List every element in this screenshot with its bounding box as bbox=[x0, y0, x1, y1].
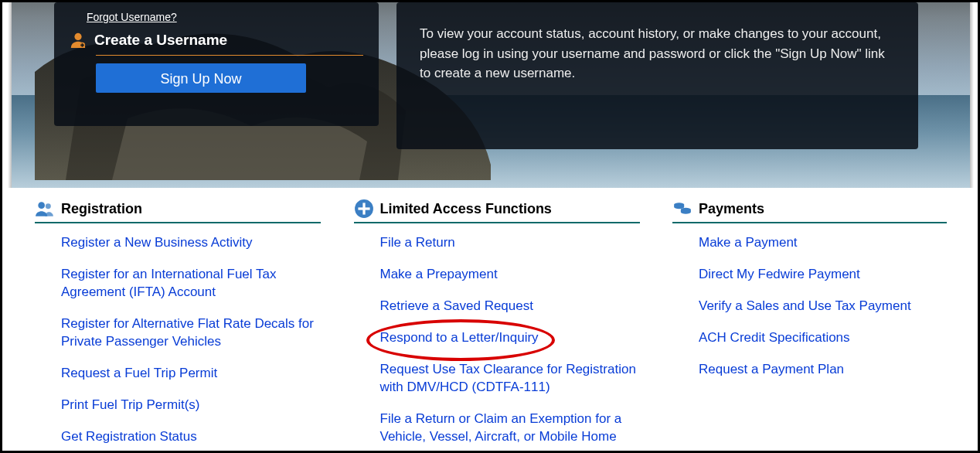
list-item: Direct My Fedwire Payment bbox=[699, 266, 947, 284]
list-item: Request a Payment Plan bbox=[699, 361, 947, 379]
login-card: Forgot Username? Create a Username Sign … bbox=[54, 2, 379, 126]
link-payments-4[interactable]: Request a Payment Plan bbox=[699, 362, 844, 376]
link-payments-1[interactable]: Direct My Fedwire Payment bbox=[699, 267, 860, 281]
list-item: Get Registration Status bbox=[61, 428, 321, 446]
svg-rect-8 bbox=[358, 207, 369, 209]
list-item: Register a New Business Activity bbox=[61, 234, 321, 252]
list-item: Request a Fuel Trip Permit bbox=[61, 365, 321, 383]
svg-point-14 bbox=[681, 210, 691, 214]
section-title-payments: Payments bbox=[699, 201, 764, 217]
link-limited-5[interactable]: File a Return or Claim an Exemption for … bbox=[380, 411, 622, 444]
list-item: ACH Credit Specifications bbox=[699, 329, 947, 347]
info-text: To view your account status, account his… bbox=[420, 26, 885, 80]
plus-circle-icon bbox=[354, 199, 374, 219]
link-limited-4[interactable]: Request Use Tax Clearance for Registrati… bbox=[380, 362, 636, 394]
link-registration-2[interactable]: Register for Alternative Flat Rate Decal… bbox=[61, 316, 314, 349]
list-item: Verify a Sales and Use Tax Payment bbox=[699, 298, 947, 315]
list-item: Register for an International Fuel Tax A… bbox=[61, 266, 321, 301]
list-item: Print Fuel Trip Permit(s) bbox=[61, 397, 321, 414]
link-registration-1[interactable]: Register for an International Fuel Tax A… bbox=[61, 267, 276, 299]
info-card: To view your account status, account his… bbox=[396, 2, 918, 149]
person-add-icon bbox=[70, 32, 87, 49]
svg-rect-3 bbox=[80, 45, 84, 46]
link-limited-0[interactable]: File a Return bbox=[380, 235, 455, 250]
link-payments-2[interactable]: Verify a Sales and Use Tax Payment bbox=[699, 298, 911, 313]
section-title-limited: Limited Access Functions bbox=[380, 201, 552, 217]
column-limited-access: Limited Access Functions File a ReturnMa… bbox=[354, 199, 640, 453]
forgot-username-link[interactable]: Forgot Username? bbox=[87, 11, 177, 23]
list-item: Respond to a Letter/Inquiry bbox=[380, 329, 640, 347]
svg-point-0 bbox=[74, 33, 81, 40]
link-registration-5[interactable]: Get Registration Status bbox=[61, 429, 197, 444]
create-username-heading: Create a Username bbox=[94, 32, 363, 49]
sign-up-now-button[interactable]: Sign Up Now bbox=[96, 63, 306, 93]
link-registration-0[interactable]: Register a New Business Activity bbox=[61, 235, 253, 250]
link-limited-3[interactable]: Respond to a Letter/Inquiry bbox=[380, 330, 539, 345]
list-item: File a Return bbox=[380, 234, 640, 252]
users-icon bbox=[35, 199, 55, 219]
column-payments: Payments Make a PaymentDirect My Fedwire… bbox=[672, 199, 947, 453]
list-item: Register for Alternative Flat Rate Decal… bbox=[61, 315, 321, 351]
column-registration: Registration Register a New Business Act… bbox=[35, 199, 321, 453]
link-registration-4[interactable]: Print Fuel Trip Permit(s) bbox=[61, 397, 199, 412]
list-item: Make a Prepayment bbox=[380, 266, 640, 284]
content-area: Registration Register a New Business Act… bbox=[12, 188, 970, 451]
link-payments-3[interactable]: ACH Credit Specifications bbox=[699, 330, 850, 345]
list-item: Make a Payment bbox=[699, 234, 947, 252]
link-limited-1[interactable]: Make a Prepayment bbox=[380, 267, 498, 281]
link-payments-0[interactable]: Make a Payment bbox=[699, 235, 798, 250]
divider bbox=[96, 55, 363, 56]
svg-point-5 bbox=[46, 203, 51, 209]
link-registration-3[interactable]: Request a Fuel Trip Permit bbox=[61, 366, 217, 380]
coins-icon bbox=[672, 199, 692, 219]
list-item: File a Return or Claim an Exemption for … bbox=[380, 410, 640, 446]
link-limited-2[interactable]: Retrieve a Saved Request bbox=[380, 298, 533, 313]
list-item: Request Use Tax Clearance for Registrati… bbox=[380, 361, 640, 397]
list-item: Retrieve a Saved Request bbox=[380, 298, 640, 315]
svg-point-4 bbox=[38, 202, 45, 209]
section-title-registration: Registration bbox=[61, 201, 142, 217]
